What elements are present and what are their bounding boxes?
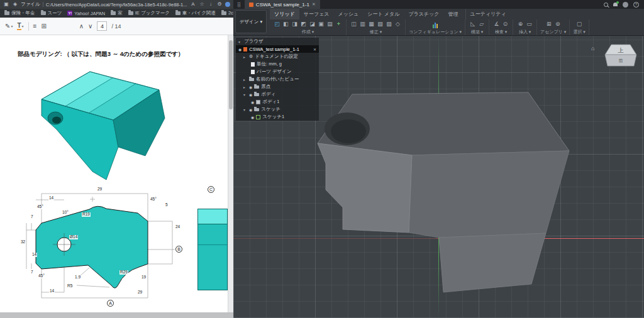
- bookmark-yahoo[interactable]: Y!Yahoo! JAPAN: [67, 11, 105, 16]
- tree-item-units[interactable]: 単位: mm, g: [236, 60, 319, 68]
- bookmark-folder[interactable]: 保険・年金: [4, 10, 35, 16]
- model-foot-face[interactable]: [439, 233, 546, 292]
- component-icon[interactable]: ⊚: [553, 20, 562, 28]
- tool-group-configuration-label[interactable]: コンフィギュレーション ▾: [409, 29, 462, 35]
- workspace-selector-button[interactable]: デザイン ▾: [235, 10, 267, 33]
- revolve-icon[interactable]: ◨: [291, 20, 299, 28]
- tab-manage[interactable]: 管理: [444, 9, 463, 19]
- combine-icon[interactable]: ▧: [376, 20, 384, 28]
- shell-icon[interactable]: ▦: [367, 20, 375, 28]
- collapse-icon[interactable]: ▾: [243, 92, 247, 97]
- tool-group-assemble-label[interactable]: アセンブリ ▾: [540, 29, 566, 35]
- help-icon[interactable]: ?: [633, 2, 639, 8]
- fit-page-button[interactable]: ⊞: [41, 23, 46, 30]
- tree-item-document[interactable]: ◉ CSWA_test sample_1-1 ✕: [236, 45, 319, 53]
- expand-icon[interactable]: ▸: [243, 77, 247, 82]
- profile-avatar[interactable]: [225, 2, 230, 7]
- view-cube[interactable]: ⌂ 上 前: [591, 42, 640, 77]
- read-aloud-icon[interactable]: A: [190, 2, 196, 7]
- eye-icon[interactable]: ◉: [249, 85, 252, 89]
- viewport-3d[interactable]: ▾ ブラウザ ◉ CSWA_test sample_1-1 ✕ ▸ ⚙ ドキュメ…: [233, 36, 644, 318]
- tree-item-document-settings[interactable]: ▸ ⚙ ドキュメントの設定: [236, 53, 319, 60]
- eye-icon[interactable]: ◉: [249, 107, 252, 112]
- box-primitive-icon[interactable]: ▣: [317, 20, 325, 28]
- highlighter-button[interactable]: T▾: [17, 22, 23, 30]
- close-icon[interactable]: ✕: [313, 47, 316, 52]
- collapse-icon[interactable]: ▾: [238, 40, 242, 44]
- tab-mesh[interactable]: メッシュ: [334, 9, 364, 19]
- close-tab-icon[interactable]: ✕: [312, 2, 316, 7]
- tab-strip-icon[interactable]: ▣: [3, 2, 9, 7]
- section-analysis-icon[interactable]: ⊙: [501, 20, 509, 28]
- user-avatar[interactable]: [623, 2, 628, 8]
- model-right-face[interactable]: [409, 151, 569, 238]
- insert-mesh-icon[interactable]: ⊕: [516, 20, 525, 28]
- measure-icon[interactable]: ∡: [492, 20, 501, 28]
- tree-item-origin[interactable]: ▸ ◉ 原点: [236, 83, 319, 90]
- model-front-face[interactable]: [318, 143, 412, 233]
- eye-icon[interactable]: ◉: [238, 47, 242, 52]
- split-icon[interactable]: ▨: [385, 20, 393, 28]
- fillet-icon[interactable]: ▥: [358, 20, 367, 28]
- tree-item-named-views[interactable]: ▸ 名前の付いたビュー: [236, 75, 319, 83]
- eye-icon[interactable]: ◉: [251, 115, 254, 119]
- scrollbar-thumb[interactable]: [229, 40, 233, 109]
- tree-item-bodies[interactable]: ▾ ◉ ボディ: [236, 90, 319, 98]
- tab-utilities[interactable]: ユーティリティ: [465, 9, 511, 19]
- decal-icon[interactable]: ▭: [525, 20, 533, 28]
- tool-group-create-label[interactable]: 作成 ▾: [302, 29, 314, 35]
- tab-sheetmetal[interactable]: シート メタル: [363, 9, 404, 19]
- select-icon[interactable]: ▢: [575, 20, 584, 28]
- bookmark-folder[interactable]: 家: [111, 10, 123, 16]
- bookmark-folder[interactable]: 車・バイク関連: [175, 10, 216, 16]
- pattern-icon[interactable]: ▤: [326, 20, 334, 28]
- joint-icon[interactable]: ⊞: [545, 20, 553, 28]
- tree-item-parts-design[interactable]: パーツ デザイン: [236, 68, 319, 75]
- pdf-scrollbar[interactable]: [228, 35, 233, 312]
- page-up-button[interactable]: ∧: [79, 23, 84, 30]
- create-plus-icon[interactable]: +: [335, 20, 343, 28]
- configuration-icon[interactable]: [431, 20, 440, 28]
- page-number-input[interactable]: 4: [97, 21, 107, 31]
- sidebar-toggle-button[interactable]: ≡: [33, 23, 37, 30]
- page-down-button[interactable]: ∨: [88, 23, 92, 30]
- construction-axis-icon[interactable]: ▱: [477, 20, 486, 28]
- bookmark-folder[interactable]: IE ブックマーク: [128, 10, 170, 16]
- tool-group-inspect-label[interactable]: 検査 ▾: [495, 29, 507, 35]
- home-view-icon[interactable]: ⌂: [591, 45, 594, 52]
- collapse-icon[interactable]: ▾: [243, 107, 247, 112]
- view-cube-graphic[interactable]: 上 前: [601, 42, 640, 75]
- tool-group-modify-label[interactable]: 修正 ▾: [370, 29, 382, 35]
- document-tab[interactable]: CSWA_test sample_1-1 ✕: [245, 0, 320, 9]
- press-pull-icon[interactable]: ◫: [350, 20, 358, 28]
- appearance-icon[interactable]: ◇: [394, 20, 402, 28]
- tab-solid[interactable]: ソリッド: [270, 9, 299, 19]
- bookmark-folder[interactable]: 2chまとめ他: [221, 10, 233, 16]
- tree-item-sketch1[interactable]: ◉ スケッチ1: [236, 113, 319, 121]
- favorite-star-icon[interactable]: ☆: [199, 2, 205, 7]
- settings-gear-icon[interactable]: ⚙: [216, 2, 223, 7]
- expand-icon[interactable]: ▸: [243, 55, 247, 59]
- loft-icon[interactable]: ◪: [308, 20, 316, 28]
- download-icon[interactable]: ↓: [208, 2, 214, 7]
- notifications-bell-icon[interactable]: [613, 3, 618, 6]
- bookmark-folder[interactable]: スーツ: [41, 10, 62, 16]
- tool-group-select-label[interactable]: 選択 ▾: [573, 29, 585, 35]
- construction-plane-icon[interactable]: ◺: [469, 20, 477, 28]
- url-field[interactable]: C:/Users/theno/AppData/Local/Temp/fa56ac…: [46, 2, 187, 8]
- new-body-icon[interactable]: ◰: [273, 20, 281, 28]
- tab-surface[interactable]: サーフェス: [299, 9, 334, 19]
- app-grid-icon[interactable]: ⣿: [233, 2, 245, 8]
- search-icon[interactable]: [604, 3, 608, 7]
- tree-item-body1[interactable]: ◉ ボディ1: [236, 98, 319, 106]
- eye-icon[interactable]: ◉: [251, 100, 254, 104]
- eye-icon[interactable]: ◉: [249, 92, 252, 97]
- browser-panel-header[interactable]: ▾ ブラウザ: [236, 38, 319, 45]
- tree-item-sketches[interactable]: ▾ ◉ スケッチ: [236, 106, 319, 113]
- annotate-pen-button[interactable]: ✎▾: [5, 23, 13, 30]
- expand-icon[interactable]: ▸: [243, 85, 247, 89]
- tool-group-construct-label[interactable]: 構築 ▾: [471, 29, 483, 35]
- extrude-icon[interactable]: ◧: [282, 20, 290, 28]
- tool-group-insert-label[interactable]: 挿入 ▾: [519, 29, 531, 35]
- tab-plastic[interactable]: プラスチック: [404, 9, 443, 19]
